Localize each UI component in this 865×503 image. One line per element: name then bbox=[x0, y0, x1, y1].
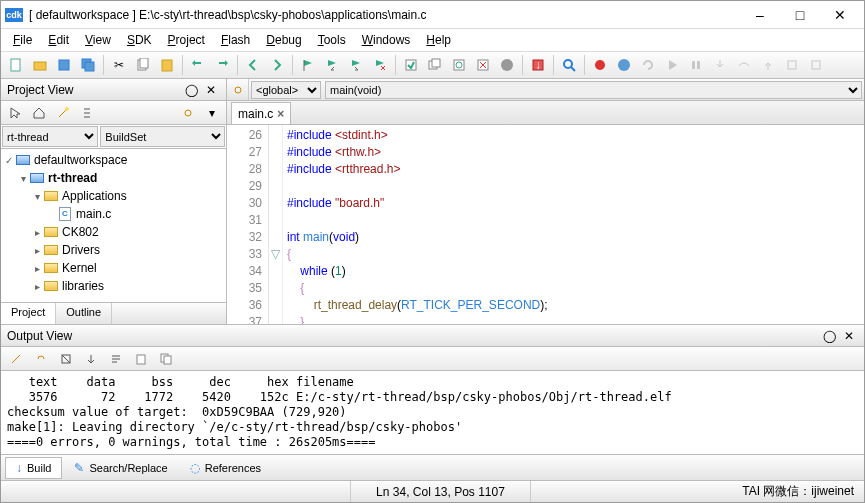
maximize-button[interactable]: □ bbox=[780, 1, 820, 29]
open-icon[interactable] bbox=[29, 54, 51, 76]
scope-func-combo[interactable]: main(void) bbox=[325, 81, 862, 99]
out-copy-icon[interactable] bbox=[130, 348, 152, 370]
paste-icon[interactable] bbox=[156, 54, 178, 76]
copy-icon[interactable] bbox=[132, 54, 154, 76]
bottom-tab-search-replace[interactable]: ✎Search/Replace bbox=[64, 458, 177, 478]
build-icon[interactable] bbox=[400, 54, 422, 76]
panel-close-icon[interactable]: ✕ bbox=[202, 81, 220, 99]
svg-rect-13 bbox=[432, 59, 440, 67]
main-toolbar: ✂ ↓ bbox=[1, 51, 864, 79]
download-icon[interactable]: ↓ bbox=[527, 54, 549, 76]
menu-view[interactable]: View bbox=[77, 31, 119, 49]
step-instr-icon[interactable] bbox=[781, 54, 803, 76]
svg-line-32 bbox=[12, 355, 20, 363]
step-into-icon[interactable] bbox=[709, 54, 731, 76]
svg-rect-1 bbox=[34, 62, 46, 70]
menu-help[interactable]: Help bbox=[418, 31, 459, 49]
title-bar: cdk [ defaultworkspace ] E:\c-sty\rt-thr… bbox=[1, 1, 864, 29]
out-wand-icon[interactable] bbox=[5, 348, 27, 370]
out-copyall-icon[interactable] bbox=[155, 348, 177, 370]
scope-link-icon[interactable] bbox=[227, 79, 249, 100]
svg-rect-29 bbox=[812, 61, 820, 69]
bottom-tab-references[interactable]: ◌References bbox=[180, 458, 271, 478]
left-tab-outline[interactable]: Outline bbox=[56, 303, 112, 324]
run-icon[interactable] bbox=[661, 54, 683, 76]
flag-next-icon[interactable] bbox=[345, 54, 367, 76]
code-editor[interactable]: 26272829303132333435363738 ▽ △ #include … bbox=[227, 125, 864, 324]
tree-node[interactable]: main.c bbox=[3, 205, 224, 223]
menu-windows[interactable]: Windows bbox=[354, 31, 419, 49]
search-icon[interactable] bbox=[558, 54, 580, 76]
record-icon[interactable] bbox=[589, 54, 611, 76]
new-file-icon[interactable] bbox=[5, 54, 27, 76]
pause-icon[interactable] bbox=[685, 54, 707, 76]
reset-icon[interactable] bbox=[637, 54, 659, 76]
step-next-icon[interactable] bbox=[805, 54, 827, 76]
tree-node[interactable]: ✓defaultworkspace bbox=[3, 151, 224, 169]
left-tab-project[interactable]: Project bbox=[1, 303, 56, 324]
project-combo[interactable]: rt-thread bbox=[2, 126, 98, 147]
step-over-icon[interactable] bbox=[733, 54, 755, 76]
menu-flash[interactable]: Flash bbox=[213, 31, 258, 49]
tree-node[interactable]: ▸CK802 bbox=[3, 223, 224, 241]
fold-gutter[interactable]: ▽ △ bbox=[269, 125, 283, 324]
svg-text:↓: ↓ bbox=[535, 58, 541, 72]
build-all-icon[interactable] bbox=[424, 54, 446, 76]
project-tree[interactable]: ✓defaultworkspace▾rt-thread▾Applications… bbox=[1, 149, 226, 302]
cut-icon[interactable]: ✂ bbox=[108, 54, 130, 76]
menu-chevron-icon[interactable]: ▾ bbox=[202, 103, 222, 123]
editor-tab-main-c[interactable]: main.c × bbox=[231, 102, 291, 124]
app-icon: cdk bbox=[5, 8, 23, 22]
svg-point-24 bbox=[595, 60, 605, 70]
link-editor-icon[interactable] bbox=[178, 103, 198, 123]
svg-rect-0 bbox=[11, 59, 20, 71]
flag-prev-icon[interactable] bbox=[321, 54, 343, 76]
project-view-panel: Project View ◯ ✕ ▾ rt-thread BuildSet ✓d… bbox=[1, 79, 227, 324]
home-icon[interactable] bbox=[29, 103, 49, 123]
step-out-icon[interactable] bbox=[757, 54, 779, 76]
out-wrap-icon[interactable] bbox=[105, 348, 127, 370]
stop-build-icon[interactable] bbox=[496, 54, 518, 76]
menu-sdk[interactable]: SDK bbox=[119, 31, 160, 49]
close-tab-icon[interactable]: × bbox=[277, 107, 284, 121]
out-clear-icon[interactable] bbox=[55, 348, 77, 370]
menu-tools[interactable]: Tools bbox=[310, 31, 354, 49]
panel-restore-icon[interactable]: ◯ bbox=[182, 81, 200, 99]
collapse-icon[interactable] bbox=[77, 103, 97, 123]
undo-icon[interactable] bbox=[187, 54, 209, 76]
flag-clear-icon[interactable] bbox=[369, 54, 391, 76]
rebuild-icon[interactable] bbox=[448, 54, 470, 76]
output-text[interactable]: text data bss dec hex filename 3576 72 1… bbox=[1, 371, 864, 454]
minimize-button[interactable]: – bbox=[740, 1, 780, 29]
flag-green-icon[interactable] bbox=[297, 54, 319, 76]
code-content[interactable]: #include <stdint.h>#include <rthw.h>#inc… bbox=[283, 125, 864, 324]
tree-node[interactable]: ▸Kernel bbox=[3, 259, 224, 277]
close-button[interactable]: ✕ bbox=[820, 1, 860, 29]
nav-cursor-icon[interactable] bbox=[5, 103, 25, 123]
tree-node[interactable]: ▾rt-thread bbox=[3, 169, 224, 187]
svg-point-25 bbox=[618, 59, 630, 71]
tree-node[interactable]: ▸libraries bbox=[3, 277, 224, 295]
menu-project[interactable]: Project bbox=[160, 31, 213, 49]
output-close-icon[interactable]: ✕ bbox=[840, 327, 858, 345]
save-icon[interactable] bbox=[53, 54, 75, 76]
redo-icon[interactable] bbox=[211, 54, 233, 76]
svg-line-34 bbox=[62, 355, 70, 363]
stop-icon[interactable] bbox=[613, 54, 635, 76]
tree-node[interactable]: ▾Applications bbox=[3, 187, 224, 205]
clean-icon[interactable] bbox=[472, 54, 494, 76]
config-combo[interactable]: BuildSet bbox=[100, 126, 225, 147]
save-all-icon[interactable] bbox=[77, 54, 99, 76]
out-scroll-icon[interactable] bbox=[80, 348, 102, 370]
wand-icon[interactable] bbox=[53, 103, 73, 123]
back-icon[interactable] bbox=[242, 54, 264, 76]
output-restore-icon[interactable]: ◯ bbox=[820, 327, 838, 345]
out-link-icon[interactable] bbox=[30, 348, 52, 370]
menu-file[interactable]: File bbox=[5, 31, 40, 49]
tree-node[interactable]: ▸Drivers bbox=[3, 241, 224, 259]
bottom-tab-build[interactable]: ↓Build bbox=[5, 457, 62, 479]
menu-debug[interactable]: Debug bbox=[258, 31, 309, 49]
menu-edit[interactable]: Edit bbox=[40, 31, 77, 49]
scope-global-combo[interactable]: <global> bbox=[251, 81, 321, 99]
forward-icon[interactable] bbox=[266, 54, 288, 76]
